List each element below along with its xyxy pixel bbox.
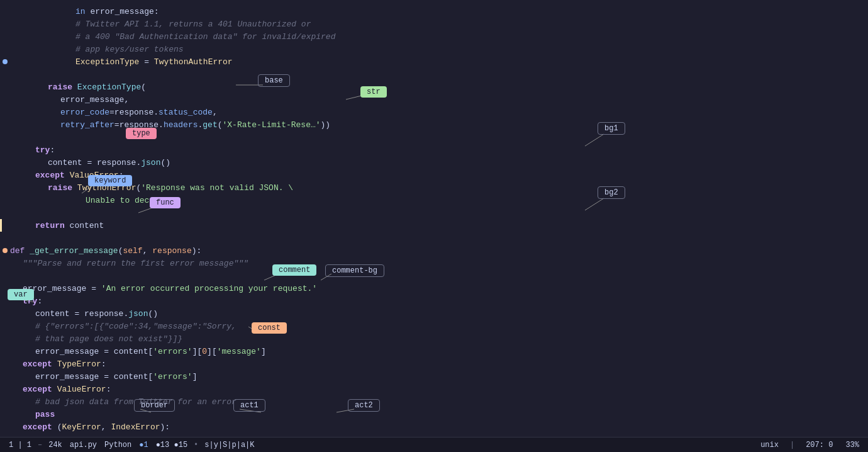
position-text: 1 | 1	[9, 441, 31, 449]
code-line: # a 400 "Bad Authentication data" for in…	[0, 30, 868, 43]
code-line: error_message = content['errors']	[0, 370, 868, 383]
code-line: try:	[0, 295, 868, 307]
code-line	[0, 232, 868, 244]
cursor-text: 207: 0	[806, 441, 833, 449]
file-size: 24k	[45, 438, 66, 452]
code-line	[0, 68, 868, 81]
code-line: error_message = content['errors'][0]['me…	[0, 345, 868, 358]
filename-item[interactable]: api.py	[66, 438, 101, 452]
code-line: # bad json data from Twitter for an erro…	[0, 395, 868, 408]
sep3: |	[790, 441, 794, 449]
code-area: in error_message: # Twitter API 1.1, ret…	[0, 0, 868, 437]
size-text: 24k	[48, 441, 62, 449]
code-line: # that page does not exist"}]}	[0, 332, 868, 345]
code-line: # app keys/user tokens	[0, 43, 868, 55]
line-ending-text: unix	[760, 441, 779, 449]
encoding-text: s|y|S|p|a|K	[204, 441, 254, 449]
separator: –	[38, 441, 42, 449]
code-line: raise TwythonError('Response was not val…	[0, 181, 868, 194]
code-line: """Parse and return the first error mess…	[0, 257, 868, 269]
editor: in error_message: # Twitter API 1.1, ret…	[0, 0, 868, 452]
code-line: # {"errors":[{"code":34,"message":"Sorry…	[0, 320, 868, 332]
code-line: error_message = 'An error occurred proce…	[0, 282, 868, 295]
code-line	[0, 131, 868, 144]
language-text: Python	[104, 441, 131, 449]
dots-item: ●13 ●15	[152, 438, 191, 452]
code-line: def _get_error_message(self, response):	[0, 244, 868, 257]
code-line: except (KeyError, IndexError):	[0, 421, 868, 433]
dots-text: ●13 ●15	[156, 441, 187, 449]
code-line: in error_message:	[0, 5, 868, 18]
code-line	[0, 206, 868, 219]
code-line: except ValueError:	[0, 169, 868, 181]
code-line: content = response.json()	[0, 156, 868, 169]
code-line: ExceptionType = TwythonAuthError	[0, 55, 868, 68]
code-line: content = response.json()	[0, 307, 868, 320]
code-line: Unable to decode.')	[0, 194, 868, 206]
code-line: return content	[0, 219, 868, 232]
separator2: •	[194, 441, 198, 449]
language-item[interactable]: Python	[101, 438, 135, 452]
filename-text: api.py	[70, 441, 97, 449]
code-line: try:	[0, 144, 868, 156]
code-line: raise ExceptionType(	[0, 81, 868, 93]
code-line: except ValueError:	[0, 383, 868, 395]
scroll-text: 33%	[845, 441, 859, 449]
code-line: # missing data so fallback to default me…	[0, 433, 868, 434]
code-line: retry_after=response.headers.get('X-Rate…	[0, 118, 868, 131]
cursor-col: 207: 0	[802, 441, 837, 449]
status-right: unix | 207: 0 33%	[757, 441, 863, 449]
encoding-item: s|y|S|p|a|K	[201, 438, 258, 452]
code-line: error_code=response.status_code,	[0, 106, 868, 118]
code-line	[0, 269, 868, 282]
scroll-pct: 33%	[842, 441, 863, 449]
line-ending: unix	[757, 441, 782, 449]
code-line: error_message,	[0, 93, 868, 106]
code-line: except TypeError:	[0, 358, 868, 370]
branch-indicator: ●1	[135, 438, 152, 452]
code-line: pass	[0, 408, 868, 421]
cursor-position: 1 | 1	[5, 438, 35, 452]
code-line: # Twitter API 1.1, returns a 401 Unautho…	[0, 18, 868, 30]
branch-text: ●1	[139, 441, 148, 449]
status-bar: 1 | 1 – 24k api.py Python ●1 ●13 ●15 • s…	[0, 437, 868, 452]
